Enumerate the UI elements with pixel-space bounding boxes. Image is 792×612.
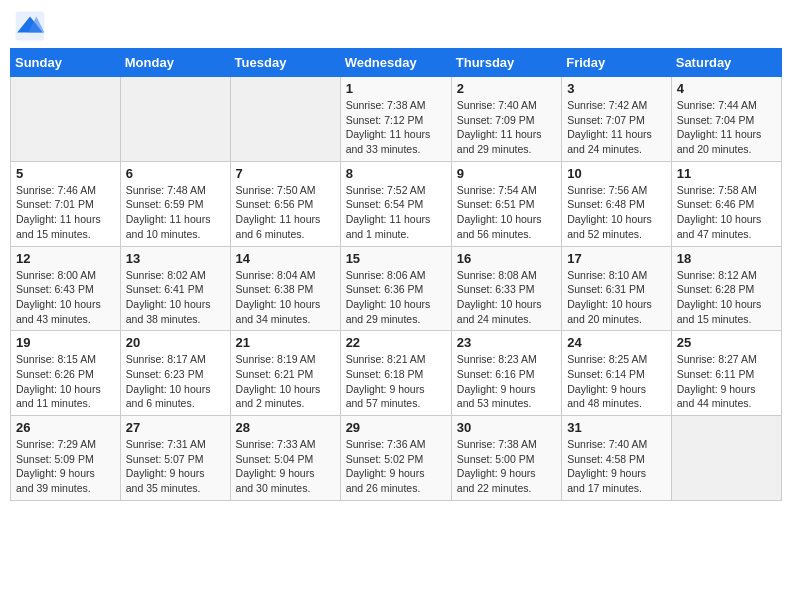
day-number: 5	[16, 166, 115, 181]
day-number: 22	[346, 335, 446, 350]
calendar-cell: 2Sunrise: 7:40 AM Sunset: 7:09 PM Daylig…	[451, 77, 561, 162]
day-info: Sunrise: 7:50 AM Sunset: 6:56 PM Dayligh…	[236, 183, 335, 242]
day-number: 1	[346, 81, 446, 96]
calendar-cell: 11Sunrise: 7:58 AM Sunset: 6:46 PM Dayli…	[671, 161, 781, 246]
calendar-cell: 8Sunrise: 7:52 AM Sunset: 6:54 PM Daylig…	[340, 161, 451, 246]
day-info: Sunrise: 8:27 AM Sunset: 6:11 PM Dayligh…	[677, 352, 776, 411]
day-info: Sunrise: 7:52 AM Sunset: 6:54 PM Dayligh…	[346, 183, 446, 242]
calendar-cell: 16Sunrise: 8:08 AM Sunset: 6:33 PM Dayli…	[451, 246, 561, 331]
day-number: 29	[346, 420, 446, 435]
day-info: Sunrise: 8:02 AM Sunset: 6:41 PM Dayligh…	[126, 268, 225, 327]
calendar-cell: 1Sunrise: 7:38 AM Sunset: 7:12 PM Daylig…	[340, 77, 451, 162]
day-info: Sunrise: 7:58 AM Sunset: 6:46 PM Dayligh…	[677, 183, 776, 242]
day-info: Sunrise: 8:06 AM Sunset: 6:36 PM Dayligh…	[346, 268, 446, 327]
calendar-cell: 22Sunrise: 8:21 AM Sunset: 6:18 PM Dayli…	[340, 331, 451, 416]
calendar-cell: 14Sunrise: 8:04 AM Sunset: 6:38 PM Dayli…	[230, 246, 340, 331]
day-number: 21	[236, 335, 335, 350]
day-number: 28	[236, 420, 335, 435]
day-number: 17	[567, 251, 666, 266]
calendar-cell: 20Sunrise: 8:17 AM Sunset: 6:23 PM Dayli…	[120, 331, 230, 416]
calendar-cell: 23Sunrise: 8:23 AM Sunset: 6:16 PM Dayli…	[451, 331, 561, 416]
day-info: Sunrise: 7:54 AM Sunset: 6:51 PM Dayligh…	[457, 183, 556, 242]
day-info: Sunrise: 7:40 AM Sunset: 7:09 PM Dayligh…	[457, 98, 556, 157]
day-info: Sunrise: 7:46 AM Sunset: 7:01 PM Dayligh…	[16, 183, 115, 242]
day-info: Sunrise: 8:19 AM Sunset: 6:21 PM Dayligh…	[236, 352, 335, 411]
calendar-cell: 19Sunrise: 8:15 AM Sunset: 6:26 PM Dayli…	[11, 331, 121, 416]
day-info: Sunrise: 7:56 AM Sunset: 6:48 PM Dayligh…	[567, 183, 666, 242]
calendar-cell: 9Sunrise: 7:54 AM Sunset: 6:51 PM Daylig…	[451, 161, 561, 246]
column-header-saturday: Saturday	[671, 49, 781, 77]
day-number: 16	[457, 251, 556, 266]
calendar-cell: 27Sunrise: 7:31 AM Sunset: 5:07 PM Dayli…	[120, 416, 230, 501]
day-number: 18	[677, 251, 776, 266]
calendar-cell: 26Sunrise: 7:29 AM Sunset: 5:09 PM Dayli…	[11, 416, 121, 501]
day-number: 23	[457, 335, 556, 350]
day-info: Sunrise: 7:48 AM Sunset: 6:59 PM Dayligh…	[126, 183, 225, 242]
calendar-cell: 17Sunrise: 8:10 AM Sunset: 6:31 PM Dayli…	[562, 246, 672, 331]
day-number: 20	[126, 335, 225, 350]
day-number: 3	[567, 81, 666, 96]
column-header-thursday: Thursday	[451, 49, 561, 77]
calendar-cell	[120, 77, 230, 162]
calendar-cell: 24Sunrise: 8:25 AM Sunset: 6:14 PM Dayli…	[562, 331, 672, 416]
day-info: Sunrise: 7:38 AM Sunset: 7:12 PM Dayligh…	[346, 98, 446, 157]
day-info: Sunrise: 7:40 AM Sunset: 4:58 PM Dayligh…	[567, 437, 666, 496]
day-number: 2	[457, 81, 556, 96]
calendar-cell: 3Sunrise: 7:42 AM Sunset: 7:07 PM Daylig…	[562, 77, 672, 162]
calendar-cell: 25Sunrise: 8:27 AM Sunset: 6:11 PM Dayli…	[671, 331, 781, 416]
calendar-cell: 4Sunrise: 7:44 AM Sunset: 7:04 PM Daylig…	[671, 77, 781, 162]
day-number: 10	[567, 166, 666, 181]
column-header-sunday: Sunday	[11, 49, 121, 77]
calendar-cell: 12Sunrise: 8:00 AM Sunset: 6:43 PM Dayli…	[11, 246, 121, 331]
day-info: Sunrise: 8:04 AM Sunset: 6:38 PM Dayligh…	[236, 268, 335, 327]
calendar-cell: 13Sunrise: 8:02 AM Sunset: 6:41 PM Dayli…	[120, 246, 230, 331]
day-number: 19	[16, 335, 115, 350]
calendar-cell: 15Sunrise: 8:06 AM Sunset: 6:36 PM Dayli…	[340, 246, 451, 331]
day-info: Sunrise: 7:42 AM Sunset: 7:07 PM Dayligh…	[567, 98, 666, 157]
day-info: Sunrise: 8:10 AM Sunset: 6:31 PM Dayligh…	[567, 268, 666, 327]
day-number: 30	[457, 420, 556, 435]
day-number: 24	[567, 335, 666, 350]
day-number: 11	[677, 166, 776, 181]
calendar-cell: 29Sunrise: 7:36 AM Sunset: 5:02 PM Dayli…	[340, 416, 451, 501]
column-header-wednesday: Wednesday	[340, 49, 451, 77]
column-header-tuesday: Tuesday	[230, 49, 340, 77]
day-number: 7	[236, 166, 335, 181]
day-info: Sunrise: 7:33 AM Sunset: 5:04 PM Dayligh…	[236, 437, 335, 496]
calendar-cell: 30Sunrise: 7:38 AM Sunset: 5:00 PM Dayli…	[451, 416, 561, 501]
day-number: 8	[346, 166, 446, 181]
day-number: 27	[126, 420, 225, 435]
day-number: 9	[457, 166, 556, 181]
day-number: 31	[567, 420, 666, 435]
page-header	[10, 10, 782, 42]
calendar-week-row: 26Sunrise: 7:29 AM Sunset: 5:09 PM Dayli…	[11, 416, 782, 501]
day-info: Sunrise: 8:21 AM Sunset: 6:18 PM Dayligh…	[346, 352, 446, 411]
day-info: Sunrise: 7:38 AM Sunset: 5:00 PM Dayligh…	[457, 437, 556, 496]
day-number: 4	[677, 81, 776, 96]
calendar-table: SundayMondayTuesdayWednesdayThursdayFrid…	[10, 48, 782, 501]
day-number: 14	[236, 251, 335, 266]
calendar-cell	[230, 77, 340, 162]
day-info: Sunrise: 7:31 AM Sunset: 5:07 PM Dayligh…	[126, 437, 225, 496]
calendar-cell: 28Sunrise: 7:33 AM Sunset: 5:04 PM Dayli…	[230, 416, 340, 501]
day-info: Sunrise: 8:23 AM Sunset: 6:16 PM Dayligh…	[457, 352, 556, 411]
day-number: 13	[126, 251, 225, 266]
calendar-cell: 6Sunrise: 7:48 AM Sunset: 6:59 PM Daylig…	[120, 161, 230, 246]
calendar-week-row: 19Sunrise: 8:15 AM Sunset: 6:26 PM Dayli…	[11, 331, 782, 416]
day-number: 25	[677, 335, 776, 350]
calendar-cell: 5Sunrise: 7:46 AM Sunset: 7:01 PM Daylig…	[11, 161, 121, 246]
logo-icon	[14, 10, 46, 42]
day-number: 15	[346, 251, 446, 266]
calendar-header-row: SundayMondayTuesdayWednesdayThursdayFrid…	[11, 49, 782, 77]
calendar-cell	[671, 416, 781, 501]
day-number: 26	[16, 420, 115, 435]
column-header-friday: Friday	[562, 49, 672, 77]
calendar-cell: 31Sunrise: 7:40 AM Sunset: 4:58 PM Dayli…	[562, 416, 672, 501]
day-info: Sunrise: 8:12 AM Sunset: 6:28 PM Dayligh…	[677, 268, 776, 327]
calendar-week-row: 12Sunrise: 8:00 AM Sunset: 6:43 PM Dayli…	[11, 246, 782, 331]
calendar-cell: 10Sunrise: 7:56 AM Sunset: 6:48 PM Dayli…	[562, 161, 672, 246]
calendar-cell	[11, 77, 121, 162]
calendar-cell: 7Sunrise: 7:50 AM Sunset: 6:56 PM Daylig…	[230, 161, 340, 246]
calendar-week-row: 5Sunrise: 7:46 AM Sunset: 7:01 PM Daylig…	[11, 161, 782, 246]
day-info: Sunrise: 7:29 AM Sunset: 5:09 PM Dayligh…	[16, 437, 115, 496]
